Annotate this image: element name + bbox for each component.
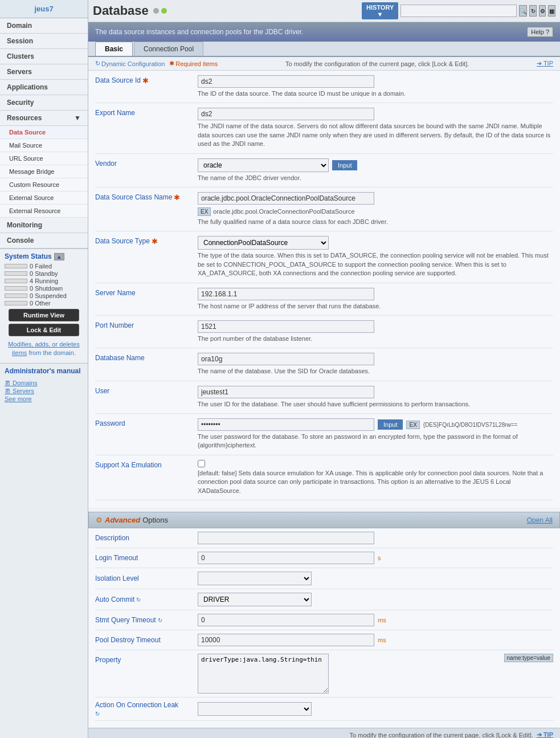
- sidebar-item-session[interactable]: Session: [0, 34, 88, 49]
- tab-connection-pool[interactable]: Connection Pool: [134, 42, 203, 56]
- adv-input-pool-destroy-timeout[interactable]: [198, 634, 374, 646]
- form-row-server-name: Server Name The host name or IP address …: [95, 283, 553, 316]
- advanced-header: ⚙ Advanced Options Open All: [88, 512, 560, 528]
- adv-input-login-timeout[interactable]: [198, 552, 374, 564]
- form-row-xa-emulation: Support Xa Emulation [default: false] Se…: [95, 455, 553, 500]
- required-star: ✱: [142, 76, 149, 85]
- form-row-user: User The user ID for the database. The u…: [95, 381, 553, 414]
- vendor-input-button[interactable]: Input: [332, 160, 357, 170]
- sidebar-item-clusters[interactable]: Clusters: [0, 49, 88, 64]
- sidebar-username[interactable]: jeus7: [0, 0, 88, 18]
- ex-class-value: oracle.jdbc.pool.OracleConnectionPoolDat…: [213, 208, 354, 215]
- lock-description: Modifies, adds, or deletes items from th…: [5, 339, 83, 360]
- advanced-icon: ⚙: [96, 516, 103, 524]
- checkbox-xa-emulation[interactable]: [198, 460, 205, 467]
- ex-class-icon[interactable]: EX: [198, 207, 211, 216]
- label-data-source-id: Data Source Id ✱: [95, 75, 198, 98]
- input-user[interactable]: [198, 386, 374, 398]
- upload-icon[interactable]: ▲: [54, 253, 64, 260]
- input-server-name[interactable]: [198, 288, 374, 300]
- page-title: Database: [93, 3, 149, 18]
- grid-icon[interactable]: ▦: [548, 5, 555, 17]
- input-data-source-id[interactable]: [198, 75, 374, 88]
- sidebar-item-external-source[interactable]: External Source: [0, 191, 88, 205]
- help-button[interactable]: Help ?: [527, 27, 553, 37]
- input-export-name[interactable]: [198, 108, 374, 120]
- settings-icon[interactable]: ⚙: [539, 5, 546, 17]
- form-row-class-name: Data Source Class Name ✱ EX oracle.jdbc.…: [95, 187, 553, 231]
- lock-edit-button[interactable]: Lock & Edit: [9, 324, 79, 336]
- form-row-database-name: Database Name The name of the database. …: [95, 348, 553, 381]
- ex-password-icon[interactable]: EX: [406, 421, 419, 429]
- form-row-vendor: Vendor oracle Input The name of the JDBC…: [95, 154, 553, 187]
- sidebar-item-monitoring[interactable]: Monitoring: [0, 218, 88, 233]
- stmt-query-unit: ms: [378, 617, 386, 623]
- open-all-link[interactable]: Open All: [527, 516, 553, 524]
- adv-row-pool-destroy-timeout: Pool Destroy Timeout ms: [95, 630, 553, 650]
- see-more-link[interactable]: See more: [5, 395, 83, 402]
- status-suspended: 0 Suspended: [5, 292, 83, 299]
- sidebar-item-security[interactable]: Security: [0, 95, 88, 111]
- top-bar: Database HISTORY ▼ 🔍 ↻ ⚙ ▦: [88, 0, 560, 22]
- sidebar-item-domain[interactable]: Domain: [0, 18, 88, 34]
- form-row-export-name: Export Name The JNDI name of the data so…: [95, 103, 553, 153]
- adv-label-stmt-query-timeout: Stmt Query Timeout ↻: [95, 616, 198, 624]
- sidebar-item-custom-resource[interactable]: Custom Resource: [0, 178, 88, 191]
- ds-type-select[interactable]: ConnectionPoolDataSource: [198, 236, 329, 250]
- advanced-section: ⚙ Advanced Options Open All Description …: [88, 512, 560, 728]
- form-row-port-number: Port Number The port number of the datab…: [95, 316, 553, 348]
- desc-vendor: The name of the JDBC driver vendor.: [198, 174, 553, 182]
- adv-select-isolation-level[interactable]: [198, 572, 312, 585]
- refresh-icon[interactable]: ↻: [529, 5, 537, 17]
- label-user: User: [95, 386, 198, 409]
- sidebar: jeus7 Domain Session Clusters Servers Ap…: [0, 0, 88, 738]
- desc-password: The user password for the database. To s…: [198, 433, 553, 450]
- adv-row-auto-commit: Auto Commit ↻ DRIVER: [95, 589, 553, 610]
- adv-select-auto-commit[interactable]: DRIVER: [198, 593, 312, 606]
- label-class-name: Data Source Class Name ✱: [95, 192, 198, 226]
- sidebar-item-message-bridge[interactable]: Message Bridge: [0, 165, 88, 178]
- options-text: Options: [142, 516, 168, 524]
- footer-bar: To modify the configuration of the curre…: [88, 728, 560, 738]
- form-row-data-source-id: Data Source Id ✱ The ID of the data sour…: [95, 71, 553, 103]
- vendor-select[interactable]: oracle: [198, 158, 329, 172]
- desc-export-name: The JNDI name of the data source. Server…: [198, 122, 553, 148]
- domains-link[interactable]: 🖹 Domains: [5, 380, 83, 386]
- password-input-button[interactable]: Input: [378, 419, 403, 430]
- adv-label-isolation-level: Isolation Level: [95, 574, 198, 582]
- adv-textarea-property[interactable]: driverType:java.lang.String=thin: [198, 654, 329, 694]
- sidebar-item-url-source[interactable]: URL Source: [0, 152, 88, 165]
- servers-link[interactable]: 🖹 Servers: [5, 388, 83, 394]
- search-input[interactable]: [400, 5, 517, 17]
- adv-input-description[interactable]: [198, 532, 374, 544]
- history-button[interactable]: HISTORY ▼: [362, 2, 398, 19]
- sidebar-item-mail-source[interactable]: Mail Source: [0, 139, 88, 152]
- auto-commit-dynamic-icon: ↻: [136, 597, 141, 603]
- status-standby: 0 Standby: [5, 270, 83, 277]
- dot-green: [161, 8, 167, 14]
- sidebar-item-resources[interactable]: Resources ▼: [0, 111, 88, 126]
- tab-basic[interactable]: Basic: [95, 42, 133, 56]
- tip-link[interactable]: ➔ TIP: [537, 60, 553, 67]
- footer-tip: ➔ TIP: [537, 731, 553, 738]
- sidebar-item-applications[interactable]: Applications: [0, 80, 88, 95]
- status-shutdown: 0 Shutdown: [5, 285, 83, 292]
- modifies-link[interactable]: Modifies, adds, or deletes items: [8, 341, 79, 356]
- arrow-down-icon: ▼: [74, 114, 81, 122]
- adv-row-stmt-query-timeout: Stmt Query Timeout ↻ ms: [95, 610, 553, 630]
- label-export-name: Export Name: [95, 108, 198, 148]
- search-icon[interactable]: 🔍: [519, 5, 527, 17]
- input-port-number[interactable]: [198, 320, 374, 333]
- input-password[interactable]: [198, 418, 374, 431]
- input-database-name[interactable]: [198, 353, 374, 365]
- adv-label-login-timeout: Login Timeout: [95, 554, 198, 562]
- adv-select-action-on-leak[interactable]: [198, 702, 312, 716]
- input-class-name[interactable]: [198, 192, 374, 205]
- sidebar-item-servers[interactable]: Servers: [0, 64, 88, 80]
- sidebar-item-console[interactable]: Console: [0, 233, 88, 248]
- sidebar-item-data-source[interactable]: Data Source: [0, 126, 88, 139]
- form-area: Data Source Id ✱ The ID of the data sour…: [88, 71, 560, 507]
- runtime-view-button[interactable]: Runtime View: [9, 309, 79, 321]
- sidebar-item-external-resource[interactable]: External Resource: [0, 205, 88, 218]
- adv-input-stmt-query-timeout[interactable]: [198, 614, 374, 626]
